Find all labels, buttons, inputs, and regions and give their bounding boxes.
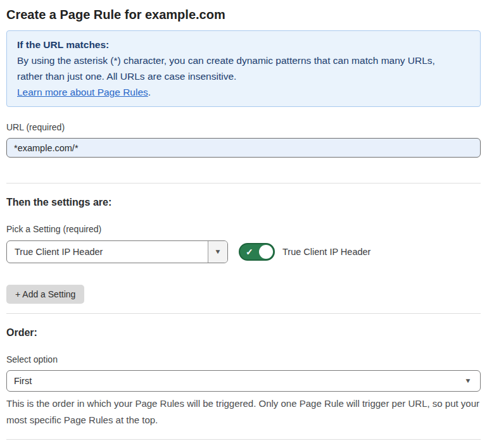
toggle-label: True Client IP Header: [282, 247, 370, 257]
info-box-heading: If the URL matches:: [17, 37, 470, 53]
divider: [6, 313, 481, 314]
url-match-info-box: If the URL matches: By using the asteris…: [6, 30, 481, 107]
url-input[interactable]: [6, 138, 481, 158]
check-icon: ✓: [246, 247, 253, 256]
learn-more-link[interactable]: Learn more about Page Rules: [17, 87, 148, 97]
link-period: .: [148, 87, 151, 97]
chevron-down-icon: ▼: [464, 378, 471, 384]
settings-section-heading: Then the settings are:: [6, 196, 481, 209]
page-rule-form: Create a Page Rule for example.com If th…: [0, 6, 487, 448]
order-select-label: Select option: [6, 354, 481, 364]
order-select[interactable]: First ▼: [6, 370, 481, 392]
setting-select-value: True Client IP Header: [7, 241, 208, 263]
order-help-text: This is the order in which your Page Rul…: [6, 395, 481, 428]
divider: [6, 183, 481, 184]
setting-select-arrow-button[interactable]: ▼: [208, 241, 227, 263]
setting-select[interactable]: True Client IP Header ▼: [6, 240, 228, 263]
divider: [6, 439, 481, 440]
page-title: Create a Page Rule for example.com: [6, 6, 481, 23]
info-box-body-line2: rather than just one. All URLs are case …: [17, 68, 470, 84]
add-setting-button[interactable]: + Add a Setting: [6, 285, 84, 304]
info-box-body-line1: By using the asterisk (*) character, you…: [17, 53, 470, 68]
order-section-heading: Order:: [6, 327, 481, 339]
info-box-link-line: Learn more about Page Rules.: [17, 84, 470, 100]
order-select-value: First: [14, 376, 465, 386]
true-client-ip-toggle[interactable]: ✓: [239, 243, 275, 261]
order-help-line2: most specific Page Rules at the top.: [6, 412, 481, 428]
order-help-line1: This is the order in which your Page Rul…: [6, 395, 481, 412]
url-field-label: URL (required): [6, 122, 481, 132]
toggle-knob: [259, 245, 273, 259]
pick-setting-label: Pick a Setting (required): [6, 224, 481, 234]
setting-row: True Client IP Header ▼ ✓ True Client IP…: [6, 240, 481, 263]
chevron-down-icon: ▼: [214, 249, 221, 255]
